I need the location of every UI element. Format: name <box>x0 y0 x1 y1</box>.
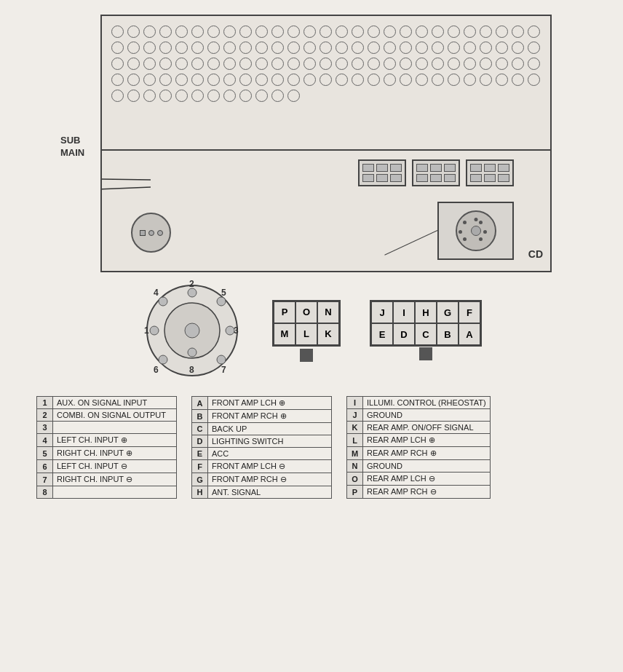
table-row: 1AUX. ON SIGNAL INPUT <box>37 397 177 409</box>
table-row: OREAR AMP LCH ⊖ <box>347 473 491 486</box>
table-row: DLIGHTING SWITCH <box>192 435 332 448</box>
svg-point-4 <box>185 323 199 338</box>
table-row: LREAR AMP LCH ⊕ <box>347 434 491 447</box>
table-row: IILLUMI. CONTROL (RHEOSTAT) <box>347 397 491 409</box>
wiring-table-left: 1AUX. ON SIGNAL INPUT2COMBI. ON SIGNAL O… <box>36 396 177 499</box>
page: SUB MAIN <box>0 0 623 672</box>
wiring-tables: 1AUX. ON SIGNAL INPUT2COMBI. ON SIGNAL O… <box>36 396 587 499</box>
svg-point-10 <box>159 355 167 364</box>
svg-line-0 <box>102 178 151 180</box>
svg-text:5: 5 <box>221 288 226 298</box>
svg-point-8 <box>159 297 167 306</box>
connector-pmlk: P O N M L K <box>272 300 341 362</box>
table-row: 5RIGHT CH. INPUT ⊕ <box>37 447 177 460</box>
table-row: 8 <box>37 486 177 499</box>
table-row: MREAR AMP RCH ⊕ <box>347 447 491 460</box>
cd-connector <box>437 202 514 260</box>
table-row: 4LEFT CH. INPUT ⊕ <box>37 434 177 447</box>
table-row: FFRONT AMP LCH ⊖ <box>192 460 332 473</box>
table-row: CBACK UP <box>192 423 332 435</box>
svg-text:8: 8 <box>189 365 194 375</box>
main-label: MAIN <box>60 147 84 158</box>
table-row: 6LEFT CH. INPUT ⊖ <box>37 460 177 473</box>
svg-point-12 <box>188 348 197 357</box>
svg-point-9 <box>217 297 226 306</box>
svg-text:3: 3 <box>234 325 239 336</box>
table-row: AFRONT AMP LCH ⊕ <box>192 397 332 410</box>
svg-point-11 <box>217 355 226 364</box>
wiring-table-middle: AFRONT AMP LCH ⊕BFRONT AMP RCH ⊕CBACK UP… <box>191 396 332 499</box>
table-row: 2COMBI. ON SIGNAL OUTPUT <box>37 409 177 422</box>
table-row: GFRONT AMP RCH ⊖ <box>192 473 332 486</box>
table-row: BFRONT AMP RCH ⊕ <box>192 410 332 423</box>
table-row: 3 <box>37 422 177 434</box>
svg-line-1 <box>102 187 151 191</box>
table-row: PREAR AMP RCH ⊖ <box>347 486 491 499</box>
svg-text:2: 2 <box>189 280 194 289</box>
svg-point-6 <box>188 288 197 297</box>
cd-label: CD <box>528 248 543 260</box>
svg-text:7: 7 <box>221 365 226 375</box>
table-row: HANT. SIGNAL <box>192 486 332 499</box>
connector-jihgf: J I H G F E D C B A <box>370 300 482 361</box>
svg-text:4: 4 <box>154 288 159 298</box>
table-row: EACC <box>192 448 332 460</box>
svg-text:1: 1 <box>144 325 149 336</box>
fuse-area <box>131 213 171 253</box>
svg-point-5 <box>150 326 159 335</box>
connector-blocks <box>358 159 514 186</box>
table-row: NGROUND <box>347 460 491 473</box>
round-connector-diagram: 1 2 3 4 5 6 7 8 <box>141 280 243 382</box>
sub-label: SUB <box>60 135 80 146</box>
table-row: 7RIGHT CH. INPUT ⊖ <box>37 473 177 486</box>
table-row: JGROUND <box>347 409 491 422</box>
wiring-table-right: IILLUMI. CONTROL (RHEOSTAT)JGROUNDKREAR … <box>346 396 491 499</box>
table-row: KREAR AMP. ON/OFF SIGNAL <box>347 422 491 434</box>
svg-text:6: 6 <box>154 365 159 375</box>
